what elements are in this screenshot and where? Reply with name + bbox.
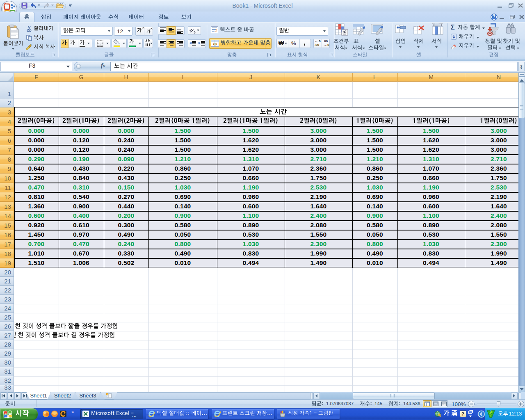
svg-text:?: ? bbox=[493, 15, 495, 19]
